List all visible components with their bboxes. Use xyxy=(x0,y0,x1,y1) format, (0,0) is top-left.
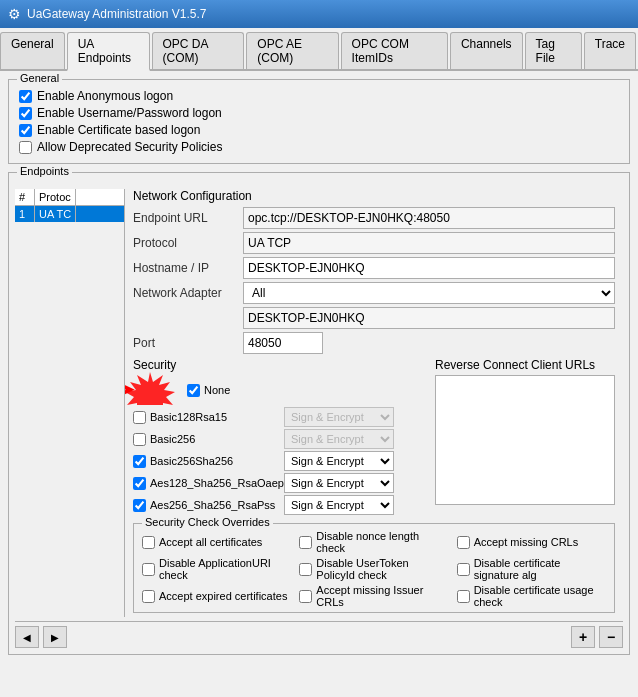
label-issuer-crls: Accept missing Issuer CRLs xyxy=(316,584,448,608)
endpoints-section: Endpoints # Protoc 1 UA TC Network Confi… xyxy=(8,172,630,655)
label-cert-usage: Disable certificate usage check xyxy=(474,584,606,608)
security-basic128-label: Basic128Rsa15 xyxy=(150,411,280,423)
hostname-label: Hostname / IP xyxy=(133,261,243,275)
table-row[interactable]: 1 UA TC xyxy=(15,206,124,222)
app-icon: ⚙ xyxy=(8,6,21,22)
checkbox-usertoken[interactable] xyxy=(299,563,312,576)
endpoint-url-row: Endpoint URL xyxy=(133,207,615,229)
override-issuer-crls: Accept missing Issuer CRLs xyxy=(299,584,448,608)
right-panel: Network Configuration Endpoint URL Proto… xyxy=(125,189,623,617)
checkbox-cert-sig[interactable] xyxy=(457,563,470,576)
endpoint-url-input[interactable] xyxy=(243,207,615,229)
checkbox-basic128[interactable] xyxy=(133,411,146,424)
protocol-label: Protocol xyxy=(133,236,243,250)
checkbox-accept-all[interactable] xyxy=(142,536,155,549)
checkbox-nonce[interactable] xyxy=(299,536,312,549)
tab-trace[interactable]: Trace xyxy=(584,32,636,69)
dropdown-aes128[interactable]: Sign & Encrypt xyxy=(284,473,394,493)
label-usertoken: Disable UserToken PolicyId check xyxy=(316,557,448,581)
dropdown-basic128[interactable]: Sign & Encrypt xyxy=(284,407,394,427)
checkbox-cert-usage[interactable] xyxy=(457,590,470,603)
tab-opc-com-itemids[interactable]: OPC COM ItemIDs xyxy=(341,32,448,69)
network-adapter-sub-row xyxy=(133,307,615,329)
dropdown-basic256sha256[interactable]: Sign & Encrypt xyxy=(284,451,394,471)
security-reverse-layout: Security ➤ None xyxy=(133,358,615,517)
tab-channels[interactable]: Channels xyxy=(450,32,523,69)
add-button[interactable]: + xyxy=(571,626,595,648)
tab-opc-ae[interactable]: OPC AE (COM) xyxy=(246,32,338,69)
security-row-aes128: Aes128_Sha256_RsaOaep Sign & Encrypt xyxy=(133,473,427,493)
network-adapter-select[interactable]: All xyxy=(243,282,615,304)
checkbox-username: Enable Username/Password logon xyxy=(19,106,619,120)
checkbox-none[interactable] xyxy=(187,384,200,397)
hostname-input[interactable] xyxy=(243,257,615,279)
security-row-basic128: Basic128Rsa15 Sign & Encrypt xyxy=(133,407,427,427)
checkbox-deprecated: Allow Deprecated Security Policies xyxy=(19,140,619,154)
override-cert-usage: Disable certificate usage check xyxy=(457,584,606,608)
security-row-aes256: Aes256_Sha256_RsaPss Sign & Encrypt xyxy=(133,495,427,515)
label-nonce: Disable nonce length check xyxy=(316,530,448,554)
label-accept-all: Accept all certificates xyxy=(159,536,262,548)
checkbox-app-uri[interactable] xyxy=(142,563,155,576)
security-row-basic256: Basic256 Sign & Encrypt xyxy=(133,429,427,449)
checkbox-deprecated-input[interactable] xyxy=(19,141,32,154)
tab-opc-da[interactable]: OPC DA (COM) xyxy=(152,32,245,69)
security-basic256-label: Basic256 xyxy=(150,433,280,445)
port-label: Port xyxy=(133,336,243,350)
general-section: General Enable Anonymous logon Enable Us… xyxy=(8,79,630,164)
security-basic256sha256-label: Basic256Sha256 xyxy=(150,455,280,467)
checkbox-aes128[interactable] xyxy=(133,477,146,490)
dropdown-basic256[interactable]: Sign & Encrypt xyxy=(284,429,394,449)
security-row-basic256sha256: Basic256Sha256 Sign & Encrypt xyxy=(133,451,427,471)
override-accept-all: Accept all certificates xyxy=(142,530,291,554)
checkbox-username-input[interactable] xyxy=(19,107,32,120)
tab-tag-file[interactable]: Tag File xyxy=(525,32,582,69)
checkbox-anonymous-input[interactable] xyxy=(19,90,32,103)
tab-general[interactable]: General xyxy=(0,32,65,69)
nav-buttons: ◀ ▶ xyxy=(15,626,67,648)
label-cert-sig: Disable certificate signature alg xyxy=(474,557,606,581)
port-input[interactable] xyxy=(243,332,323,354)
dropdown-aes256[interactable]: Sign & Encrypt xyxy=(284,495,394,515)
override-usertoken: Disable UserToken PolicyId check xyxy=(299,557,448,581)
cell-protocol: UA TC xyxy=(35,206,76,222)
general-section-title: General xyxy=(17,72,62,84)
checkbox-missing-crls[interactable] xyxy=(457,536,470,549)
remove-button[interactable]: − xyxy=(599,626,623,648)
security-row-none: ➤ None xyxy=(133,375,427,405)
next-button[interactable]: ▶ xyxy=(43,626,67,648)
override-app-uri: Disable ApplicationURI check xyxy=(142,557,291,581)
prev-button[interactable]: ◀ xyxy=(15,626,39,648)
checkbox-certificate: Enable Certificate based logon xyxy=(19,123,619,137)
protocol-row: Protocol xyxy=(133,232,615,254)
action-buttons: + − xyxy=(571,626,623,648)
reverse-connect-box xyxy=(435,375,615,505)
cell-num: 1 xyxy=(15,206,35,222)
tab-bar: General UA Endpoints OPC DA (COM) OPC AE… xyxy=(0,28,638,71)
protocol-input[interactable] xyxy=(243,232,615,254)
checkbox-anonymous-label: Enable Anonymous logon xyxy=(37,89,173,103)
endpoints-title: Endpoints xyxy=(17,165,72,177)
reverse-connect-title: Reverse Connect Client URLs xyxy=(435,358,615,372)
checkbox-certificate-input[interactable] xyxy=(19,124,32,137)
network-adapter-label: Network Adapter xyxy=(133,286,243,300)
override-cert-sig: Disable certificate signature alg xyxy=(457,557,606,581)
network-adapter-sub-input[interactable] xyxy=(243,307,615,329)
port-row: Port xyxy=(133,332,615,354)
checkbox-basic256[interactable] xyxy=(133,433,146,446)
hostname-row: Hostname / IP xyxy=(133,257,615,279)
security-overrides-section: Security Check Overrides Accept all cert… xyxy=(133,523,615,613)
endpoint-url-label: Endpoint URL xyxy=(133,211,243,225)
checkbox-basic256sha256[interactable] xyxy=(133,455,146,468)
security-panel: Security ➤ None xyxy=(133,358,427,517)
tab-ua-endpoints[interactable]: UA Endpoints xyxy=(67,32,150,71)
table-header: # Protoc xyxy=(15,189,124,206)
override-expired: Accept expired certificates xyxy=(142,584,291,608)
network-adapter-row: Network Adapter All xyxy=(133,282,615,304)
col-num-header: # xyxy=(15,189,35,205)
endpoints-layout: # Protoc 1 UA TC Network Configuration E… xyxy=(15,189,623,617)
checkbox-issuer-crls[interactable] xyxy=(299,590,312,603)
checkbox-expired[interactable] xyxy=(142,590,155,603)
security-aes256-label: Aes256_Sha256_RsaPss xyxy=(150,499,280,511)
checkbox-aes256[interactable] xyxy=(133,499,146,512)
